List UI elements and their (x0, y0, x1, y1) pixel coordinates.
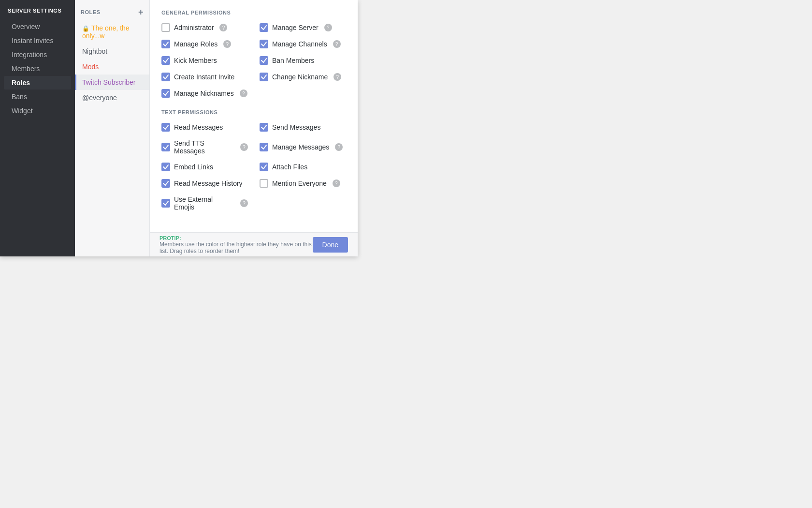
perm-embed-links-checkbox[interactable] (161, 163, 170, 171)
perm-manage-server-help[interactable]: ? (324, 24, 332, 31)
perm-embed-links: Embed Links (161, 163, 248, 171)
sidebar-item-integrations[interactable]: Integrations (4, 48, 71, 61)
sidebar-item-overview[interactable]: Overview (4, 20, 71, 33)
sidebar-item-widget[interactable]: Widget (4, 104, 71, 118)
perm-use-external-emojis-checkbox[interactable] (161, 199, 170, 208)
perm-manage-roles-checkbox[interactable] (161, 40, 170, 48)
roles-header-label: ROLES (81, 9, 101, 15)
perm-manage-server: Manage Server ? (260, 23, 346, 32)
roles-header: ROLES + (75, 0, 149, 20)
perm-mention-everyone: Mention Everyone ? (260, 179, 346, 188)
perm-send-messages-label: Send Messages (272, 123, 320, 131)
perm-manage-channels-label: Manage Channels (272, 40, 327, 48)
perm-administrator-label: Administrator (174, 24, 214, 31)
perm-read-message-history: Read Message History (161, 179, 248, 188)
sidebar-item-bans[interactable]: Bans (4, 90, 71, 104)
perm-attach-files-label: Attach Files (272, 163, 307, 171)
sidebar-item-roles[interactable]: Roles (4, 76, 71, 90)
perm-attach-files: Attach Files (260, 163, 346, 171)
permissions-content[interactable]: GENERAL PERMISSIONS Administrator ? Mana… (150, 0, 358, 232)
general-permissions-title: GENERAL PERMISSIONS (161, 10, 346, 15)
perm-manage-messages: Manage Messages ? (260, 139, 346, 155)
perm-kick-members-checkbox[interactable] (161, 56, 170, 65)
lock-icon: 🔒 (82, 25, 89, 32)
perm-send-tts-messages-label: Send TTS Messages (174, 139, 234, 155)
perm-attach-files-checkbox[interactable] (260, 163, 268, 171)
perm-change-nickname-help[interactable]: ? (334, 73, 341, 81)
perm-manage-server-label: Manage Server (272, 24, 319, 31)
perm-send-messages-checkbox[interactable] (260, 123, 268, 132)
settings-title: SERVER SETTINGS (0, 8, 75, 19)
perm-manage-messages-help[interactable]: ? (335, 143, 343, 151)
perm-send-tts-messages: Send TTS Messages ? (161, 139, 248, 155)
perm-change-nickname-checkbox[interactable] (260, 73, 268, 81)
perm-use-external-emojis-help[interactable]: ? (240, 199, 248, 207)
perm-manage-roles-help[interactable]: ? (223, 40, 231, 48)
perm-read-message-history-checkbox[interactable] (161, 179, 170, 188)
perm-use-external-emojis: Use External Emojis ? (161, 195, 248, 211)
perm-kick-members: Kick Members (161, 56, 248, 65)
protip-container: PROTIP: Members use the color of the hig… (160, 235, 313, 254)
perm-manage-messages-label: Manage Messages (272, 143, 329, 151)
perm-read-messages-label: Read Messages (174, 123, 223, 131)
perm-change-nickname-label: Change Nickname (272, 73, 328, 81)
perm-administrator: Administrator ? (161, 23, 248, 32)
perm-kick-members-label: Kick Members (174, 57, 217, 64)
role-item-twitch-subscriber[interactable]: Twitch Subscriber (75, 75, 149, 90)
perm-administrator-checkbox[interactable] (161, 23, 170, 32)
perm-ban-members-checkbox[interactable] (260, 56, 268, 65)
perm-create-instant-invite: Create Instant Invite (161, 73, 248, 81)
role-item-the-one[interactable]: 🔒The one, the only...w (75, 20, 149, 44)
role-item-mods[interactable]: Mods (75, 59, 149, 75)
protip-description: Members use the color of the highest rol… (160, 241, 313, 254)
perm-send-messages: Send Messages (260, 123, 346, 132)
perm-manage-channels-checkbox[interactable] (260, 40, 268, 48)
perm-administrator-help[interactable]: ? (219, 24, 227, 31)
perm-embed-links-label: Embed Links (174, 163, 213, 171)
sidebar-item-instant-invites[interactable]: Instant Invites (4, 34, 71, 47)
text-permissions-grid: Read Messages Send Messages Send TTS Mes… (161, 123, 346, 211)
perm-change-nickname: Change Nickname ? (260, 73, 346, 81)
perm-ban-members-label: Ban Members (272, 57, 314, 64)
perm-read-messages-checkbox[interactable] (161, 123, 170, 132)
perm-create-instant-invite-label: Create Instant Invite (174, 73, 234, 81)
perm-read-message-history-label: Read Message History (174, 179, 243, 187)
perm-manage-messages-checkbox[interactable] (260, 143, 268, 151)
perm-mention-everyone-checkbox[interactable] (260, 179, 268, 188)
perm-manage-channels-help[interactable]: ? (333, 40, 341, 48)
protip-label: PROTIP: (160, 235, 313, 241)
perm-read-messages: Read Messages (161, 123, 248, 132)
perm-use-external-emojis-label: Use External Emojis (174, 195, 234, 211)
perm-mention-everyone-help[interactable]: ? (333, 179, 340, 187)
perm-manage-nicknames-help[interactable]: ? (240, 90, 247, 97)
settings-sidebar: SERVER SETTINGS Overview Instant Invites… (0, 0, 75, 256)
text-permissions-section: TEXT PERMISSIONS Read Messages Send Mess… (161, 109, 346, 211)
perm-mention-everyone-label: Mention Everyone (272, 179, 327, 187)
perm-send-tts-messages-checkbox[interactable] (161, 143, 170, 151)
perm-manage-nicknames-checkbox[interactable] (161, 89, 170, 98)
text-permissions-title: TEXT PERMISSIONS (161, 109, 346, 115)
perm-send-tts-messages-help[interactable]: ? (240, 143, 248, 151)
general-permissions-grid: Administrator ? Manage Server ? Manage R… (161, 23, 346, 98)
permissions-panel: GENERAL PERMISSIONS Administrator ? Mana… (150, 0, 358, 256)
role-item-nightbot[interactable]: Nightbot (75, 44, 149, 59)
server-settings-modal: SERVER SETTINGS Overview Instant Invites… (0, 0, 358, 256)
done-button[interactable]: Done (313, 237, 348, 253)
sidebar-item-members[interactable]: Members (4, 62, 71, 75)
role-item-everyone[interactable]: @everyone (75, 90, 149, 105)
perm-manage-channels: Manage Channels ? (260, 40, 346, 48)
perm-create-instant-invite-checkbox[interactable] (161, 73, 170, 81)
roles-list-panel: ROLES + 🔒The one, the only...w Nightbot … (75, 0, 150, 256)
add-role-button[interactable]: + (138, 8, 144, 16)
perm-ban-members: Ban Members (260, 56, 346, 65)
perm-manage-roles: Manage Roles ? (161, 40, 248, 48)
footer-bar: PROTIP: Members use the color of the hig… (150, 232, 358, 256)
perm-manage-roles-label: Manage Roles (174, 40, 218, 48)
perm-manage-nicknames-label: Manage Nicknames (174, 90, 234, 97)
perm-manage-nicknames: Manage Nicknames ? (161, 89, 248, 98)
perm-manage-server-checkbox[interactable] (260, 23, 268, 32)
